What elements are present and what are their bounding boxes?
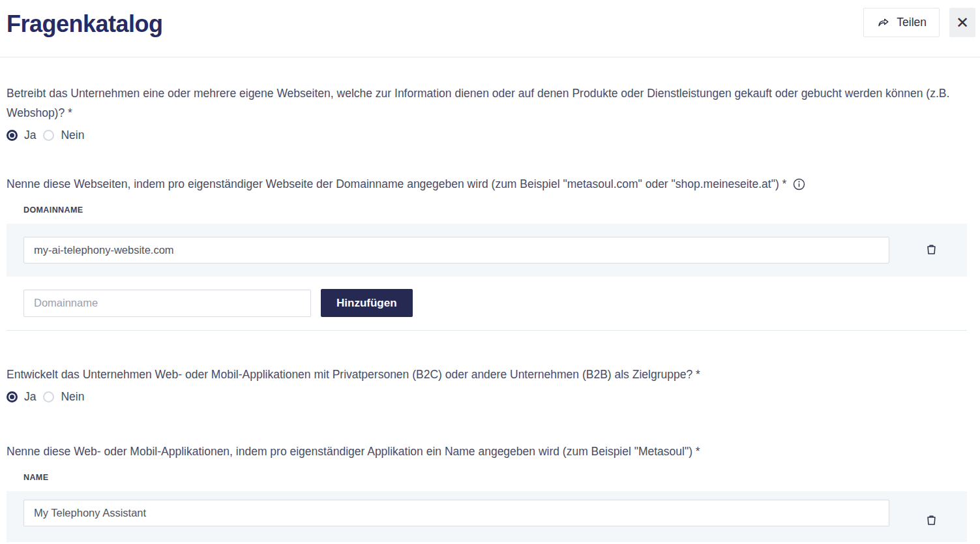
page-title: Fragenkatalog bbox=[7, 8, 163, 38]
question-websites-radio-group: Ja Nein bbox=[7, 128, 967, 142]
question-app-names: Nenne diese Web- oder Mobil-Applikatione… bbox=[7, 442, 960, 461]
radio-option-nein[interactable]: Nein bbox=[43, 128, 84, 142]
radio-nein-label: Nein bbox=[61, 390, 84, 404]
radio-option-ja[interactable]: Ja bbox=[7, 390, 36, 404]
radio-ja-label: Ja bbox=[24, 128, 36, 142]
domain-row bbox=[7, 224, 967, 277]
radio-option-nein[interactable]: Nein bbox=[43, 390, 84, 404]
domain-add-input[interactable] bbox=[23, 290, 311, 317]
share-arrow-icon bbox=[876, 16, 890, 29]
domain-value-input[interactable] bbox=[23, 237, 889, 264]
question-applications: Entwickelt das Unternehmen Web- oder Mob… bbox=[7, 365, 960, 384]
share-button-label: Teilen bbox=[897, 16, 927, 29]
app-name-row bbox=[7, 491, 967, 542]
domain-column-header: DOMAINNAME bbox=[23, 205, 967, 215]
radio-ja-selected[interactable] bbox=[7, 130, 18, 141]
domain-add-row: Hinzufügen bbox=[23, 289, 967, 317]
close-icon: ✕ bbox=[956, 14, 969, 31]
radio-ja-label: Ja bbox=[24, 390, 36, 404]
question-websites: Betreibt das Unternehmen eine oder mehre… bbox=[7, 83, 960, 123]
domain-add-button[interactable]: Hinzufügen bbox=[321, 289, 413, 317]
question-applications-radio-group: Ja Nein bbox=[7, 390, 967, 404]
radio-ja-selected[interactable] bbox=[7, 391, 18, 402]
header: Fragenkatalog Teilen ✕ bbox=[0, 0, 980, 57]
radio-nein-unselected[interactable] bbox=[43, 130, 54, 141]
trash-icon bbox=[925, 243, 938, 258]
app-name-delete-button[interactable] bbox=[918, 508, 944, 534]
header-actions: Teilen ✕ bbox=[863, 8, 975, 37]
section-divider bbox=[7, 330, 967, 331]
radio-nein-unselected[interactable] bbox=[43, 391, 54, 402]
radio-nein-label: Nein bbox=[61, 128, 84, 142]
question-domainnames: Nenne diese Webseiten, indem pro eigenst… bbox=[7, 174, 960, 194]
domain-delete-button[interactable] bbox=[918, 237, 944, 264]
info-circle-icon[interactable] bbox=[793, 178, 805, 190]
trash-icon bbox=[925, 513, 938, 529]
app-name-value-input[interactable] bbox=[23, 500, 889, 526]
form-content: Betreibt das Unternehmen eine oder mehre… bbox=[0, 83, 980, 542]
question-domainnames-text: Nenne diese Webseiten, indem pro eigenst… bbox=[7, 174, 786, 194]
close-button[interactable]: ✕ bbox=[949, 8, 975, 37]
radio-option-ja[interactable]: Ja bbox=[7, 128, 36, 142]
share-button[interactable]: Teilen bbox=[863, 8, 940, 37]
name-column-header: NAME bbox=[23, 473, 967, 482]
